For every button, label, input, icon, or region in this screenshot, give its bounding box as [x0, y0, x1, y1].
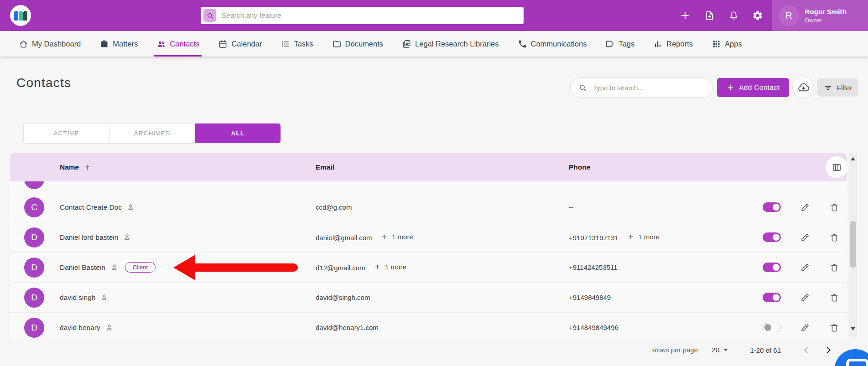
phone-value: +914849849496: [569, 324, 619, 331]
nav-item-my-dashboard[interactable]: My Dashboard: [16, 31, 83, 57]
edit-icon[interactable]: [800, 202, 810, 212]
scroll-down-icon[interactable]: [851, 327, 855, 330]
nav-item-documents[interactable]: Documents: [330, 31, 385, 57]
email-value: ccd@g.com: [316, 203, 352, 211]
active-toggle[interactable]: [763, 232, 781, 242]
tag-icon: [605, 39, 615, 49]
top-app-bar: R Roger Smith Owner: [0, 0, 868, 31]
table-row[interactable]: D Daniel Bastein Client d12@gmail.com 1 …: [10, 253, 847, 283]
nav-item-apps[interactable]: Apps: [709, 31, 744, 57]
user-name: Roger Smith: [805, 7, 847, 16]
delete-icon[interactable]: [829, 293, 839, 303]
nav-item-tags[interactable]: Tags: [603, 31, 637, 57]
contact-avatar: [24, 181, 44, 189]
column-header-name[interactable]: Name: [60, 163, 316, 171]
rows-per-page-label: Rows per page:: [652, 346, 700, 354]
nav-item-reports[interactable]: Reports: [651, 31, 695, 57]
add-contact-button[interactable]: Add Contact: [717, 78, 789, 97]
email-value: daniel@gmail.com: [316, 234, 372, 242]
user-role: Owner: [805, 16, 847, 24]
email-more[interactable]: 1 more: [374, 263, 406, 271]
filter-icon: [824, 83, 832, 92]
table-row[interactable]: D david singh david@singh.com +914984984…: [10, 283, 847, 313]
table-scrollbar[interactable]: [849, 153, 857, 338]
tab-active[interactable]: ACTIVE: [24, 124, 109, 143]
red-arrow-annotation: [173, 253, 298, 282]
table-header: Name Email Phone: [10, 153, 847, 181]
nav-item-matters[interactable]: Matters: [97, 31, 140, 57]
contact-avatar: D: [24, 318, 44, 338]
scrollbar-thumb[interactable]: [850, 221, 856, 268]
table-row[interactable]: C Contact Create Doc ccd@g.com --: [10, 192, 847, 222]
tab-archived[interactable]: ARCHIVED: [109, 124, 195, 143]
next-page-button[interactable]: [822, 344, 835, 356]
calendar-icon: [218, 39, 228, 49]
table-row-partial[interactable]: [10, 181, 847, 192]
add-icon[interactable]: [679, 10, 691, 21]
nav-item-communications[interactable]: Communications: [515, 31, 589, 57]
active-toggle[interactable]: [763, 323, 781, 332]
column-header-phone[interactable]: Phone: [569, 163, 749, 171]
delete-icon[interactable]: [829, 263, 839, 273]
contacts-search: [570, 77, 713, 98]
column-settings-button[interactable]: [826, 156, 847, 178]
pagination-bar: Rows per page: 20 1-20 of 61: [10, 338, 847, 362]
active-toggle[interactable]: [763, 263, 781, 272]
briefcase-icon: [99, 39, 109, 49]
contacts-search-input[interactable]: [592, 83, 705, 92]
edit-icon[interactable]: [800, 323, 810, 333]
contact-name: Daniel Bastein: [60, 263, 105, 272]
rows-per-page-select[interactable]: 20: [712, 346, 728, 354]
home-icon: [19, 39, 28, 49]
email-more[interactable]: 1 more: [381, 233, 413, 241]
search-icon: [578, 83, 587, 92]
nav-item-contacts[interactable]: Contacts: [154, 31, 202, 57]
edit-icon[interactable]: [800, 293, 810, 303]
search-icon: [203, 9, 216, 22]
person-icon[interactable]: [105, 323, 114, 332]
chevron-down-icon: [723, 349, 728, 351]
phone-more[interactable]: 1 more: [627, 233, 660, 241]
active-toggle[interactable]: [763, 293, 781, 302]
create-document-icon[interactable]: [703, 10, 715, 21]
table-row[interactable]: D david henary david@henary1.com +914849…: [10, 313, 847, 338]
contact-name: Contact Create Doc: [60, 203, 122, 211]
user-menu[interactable]: R Roger Smith Owner: [772, 0, 868, 31]
edit-icon[interactable]: [800, 232, 810, 242]
nav-item-calendar[interactable]: Calendar: [216, 31, 264, 57]
contact-avatar: D: [24, 227, 44, 247]
delete-icon[interactable]: [829, 202, 839, 212]
active-toggle[interactable]: [763, 202, 781, 212]
person-icon[interactable]: [100, 293, 109, 302]
nav-item-legal-research-libraries[interactable]: Legal Research Libraries: [400, 31, 501, 57]
notifications-icon[interactable]: [728, 10, 739, 21]
nav-item-tasks[interactable]: Tasks: [278, 31, 315, 57]
import-contacts-button[interactable]: [792, 77, 814, 98]
previous-page-button[interactable]: [800, 344, 813, 356]
scroll-up-icon[interactable]: [851, 157, 855, 160]
person-icon[interactable]: [123, 233, 131, 242]
chevron-left-icon: [801, 345, 811, 355]
email-value: d12@gmail.com: [316, 264, 365, 272]
phone-value: +911424253511: [569, 263, 618, 271]
delete-icon[interactable]: [829, 323, 839, 333]
delete-icon[interactable]: [829, 232, 839, 242]
person-icon[interactable]: [110, 263, 119, 272]
phone-value: --: [569, 203, 573, 211]
global-search-input[interactable]: [221, 11, 521, 20]
global-search: [201, 7, 524, 24]
folder-icon: [332, 39, 342, 49]
settings-icon[interactable]: [752, 10, 764, 21]
chat-bubble-icon: [846, 359, 868, 366]
tab-all[interactable]: ALL: [195, 124, 281, 143]
filter-button[interactable]: Filter: [817, 78, 858, 97]
table-row[interactable]: D Daniel lord bastein daniel@gmail.com 1…: [10, 222, 847, 253]
cloud-download-icon: [797, 82, 810, 94]
logo-mark-icon: [14, 11, 27, 21]
person-icon[interactable]: [126, 203, 135, 211]
main-navigation: My Dashboard Matters Contacts Calendar T…: [0, 31, 868, 57]
contact-name: david singh: [60, 294, 95, 302]
edit-icon[interactable]: [800, 263, 810, 273]
app-logo[interactable]: [10, 5, 31, 26]
column-header-email[interactable]: Email: [316, 163, 569, 171]
